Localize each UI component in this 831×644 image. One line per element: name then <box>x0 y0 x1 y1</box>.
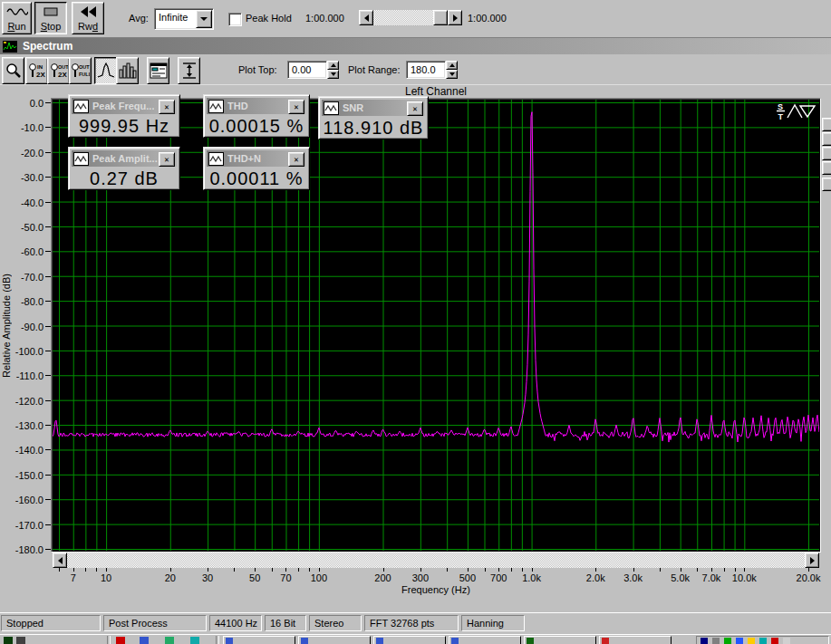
zoom-out-full-button[interactable]: OUT FULL <box>69 57 92 84</box>
x-tick <box>255 568 256 572</box>
time-scroll-right-button[interactable] <box>448 10 462 25</box>
averaging-value: Infinite <box>159 12 188 23</box>
peak-hold-label: Peak Hold <box>246 13 292 24</box>
y-tick-label: -170.0 <box>0 520 43 532</box>
snr-meter[interactable]: SNR ✕ 118.910 dB <box>318 96 429 139</box>
svg-text:2X: 2X <box>36 71 45 79</box>
frequency-scrollbar[interactable] <box>53 553 819 568</box>
magnifier-icon <box>5 62 22 79</box>
time-scroll-left-button[interactable] <box>359 10 373 25</box>
close-icon[interactable]: ✕ <box>288 100 304 114</box>
y-tick-label: -120.0 <box>0 396 43 408</box>
time-scrollbar[interactable] <box>359 10 462 25</box>
side-button[interactable] <box>822 147 831 160</box>
meter-titlebar[interactable]: THD ✕ <box>207 98 306 114</box>
display-options-button[interactable] <box>147 57 169 84</box>
freq-scroll-left-button[interactable] <box>53 553 67 568</box>
plot-range-input[interactable]: 180.0 <box>406 61 446 79</box>
plot-top-input[interactable]: 0.00 <box>287 61 327 79</box>
quick-launch-icon[interactable] <box>165 637 174 644</box>
freq-scroll-right-button[interactable] <box>805 553 819 568</box>
status-bit-depth: 16 Bit <box>265 615 306 631</box>
close-icon[interactable]: ✕ <box>159 152 175 167</box>
meter-waveform-icon <box>208 100 224 113</box>
side-button[interactable] <box>822 132 831 146</box>
tray-icon[interactable] <box>724 638 731 644</box>
meter-titlebar[interactable]: Peak Frequ... ✕ <box>72 98 177 114</box>
svg-text:OUT: OUT <box>79 64 90 70</box>
svg-text:FULL: FULL <box>79 72 90 77</box>
x-tick <box>272 568 273 572</box>
meter-titlebar[interactable]: Peak Amplit... ✕ <box>72 150 177 167</box>
thd-meter[interactable]: THD ✕ 0.00015 % <box>203 94 310 138</box>
spectrum-plot-button[interactable] <box>94 57 117 84</box>
taskbar-app-button[interactable] <box>298 636 371 644</box>
quick-launch-icon[interactable] <box>140 637 149 644</box>
peak-amplitude-meter[interactable]: Peak Amplit... ✕ 0.27 dB <box>68 147 180 190</box>
app-icon <box>527 638 534 644</box>
status-sample-rate: 44100 Hz <box>209 615 262 631</box>
spectralab-window: Run Stop Rwd Avg: Infinite Peak Hold 1:0… <box>0 0 831 644</box>
peak-frequency-meter[interactable]: Peak Frequ... ✕ 999.95 Hz <box>68 94 180 138</box>
y-tick-label: -10.0 <box>0 122 43 134</box>
y-tick-label: -90.0 <box>0 322 43 333</box>
zoom-button[interactable] <box>2 57 24 84</box>
windows-taskbar[interactable] <box>0 634 831 644</box>
peak-hold-checkbox[interactable] <box>228 13 242 26</box>
x-tick-label: 300 <box>401 572 440 583</box>
x-tick <box>522 568 523 572</box>
autoscale-button[interactable] <box>178 57 200 84</box>
spin-up-button[interactable] <box>446 61 458 70</box>
spin-down-button[interactable] <box>327 70 339 79</box>
x-tick <box>660 568 661 572</box>
stop-button[interactable]: Stop <box>34 2 67 34</box>
meter-titlebar[interactable]: THD+N ✕ <box>207 150 306 167</box>
zoom-in-2x-icon: IN 2X <box>28 62 46 80</box>
x-tick <box>681 568 681 572</box>
side-button[interactable] <box>822 178 831 191</box>
tray-icon[interactable] <box>736 638 743 644</box>
quick-launch-icon[interactable] <box>190 637 199 644</box>
close-icon[interactable]: ✕ <box>288 152 304 167</box>
spin-down-button[interactable] <box>446 70 458 79</box>
spectrum-titlebar[interactable]: Spectrum <box>0 38 831 54</box>
taskbar-app-button[interactable] <box>599 636 672 644</box>
close-icon[interactable]: ✕ <box>407 101 423 116</box>
meter-title: THD+N <box>227 153 261 164</box>
tray-icon[interactable] <box>771 638 778 644</box>
zoom-out-full-icon: OUT FULL <box>71 62 90 80</box>
dropdown-arrow-button[interactable] <box>196 10 212 28</box>
spin-up-button[interactable] <box>327 61 339 70</box>
time-scrollbar-thumb[interactable] <box>433 10 448 25</box>
tray-icon[interactable] <box>759 638 767 644</box>
x-tick <box>309 568 310 572</box>
tray-icon[interactable] <box>701 638 708 644</box>
meter-titlebar[interactable]: SNR ✕ <box>322 100 425 116</box>
zoom-out-2x-button[interactable]: OUT 2X <box>47 57 70 84</box>
thd-n-meter[interactable]: THD+N ✕ 0.00011 % <box>203 147 310 190</box>
taskbar-app-button[interactable] <box>449 636 521 644</box>
plot-top-spinner[interactable] <box>327 61 339 79</box>
tray-icon[interactable] <box>748 638 755 644</box>
taskbar-app-button[interactable] <box>373 636 446 644</box>
meter-value: 0.27 dB <box>72 168 177 189</box>
tray-icon[interactable] <box>712 638 720 644</box>
x-tick <box>744 568 745 572</box>
bar-plot-button[interactable] <box>116 57 139 84</box>
frequency-scrollbar-track[interactable] <box>67 553 805 568</box>
taskbar-app-button[interactable] <box>524 636 596 644</box>
plot-range-spinner[interactable] <box>446 61 458 79</box>
side-button[interactable] <box>822 161 831 175</box>
tray-icon[interactable] <box>783 638 790 644</box>
run-button[interactable]: Run <box>2 2 32 34</box>
start-button-icon[interactable] <box>4 637 13 644</box>
averaging-dropdown[interactable]: Infinite <box>154 8 214 30</box>
rewind-button[interactable]: Rwd <box>72 2 104 34</box>
close-icon[interactable]: ✕ <box>159 100 175 114</box>
quick-launch-icon[interactable] <box>116 637 125 644</box>
start-button-icon[interactable] <box>16 637 25 644</box>
side-button[interactable] <box>822 118 831 131</box>
taskbar-app-button[interactable] <box>223 636 295 644</box>
zoom-in-2x-button[interactable]: IN 2X <box>25 57 48 84</box>
x-tick-label: 10.0k <box>724 572 764 583</box>
